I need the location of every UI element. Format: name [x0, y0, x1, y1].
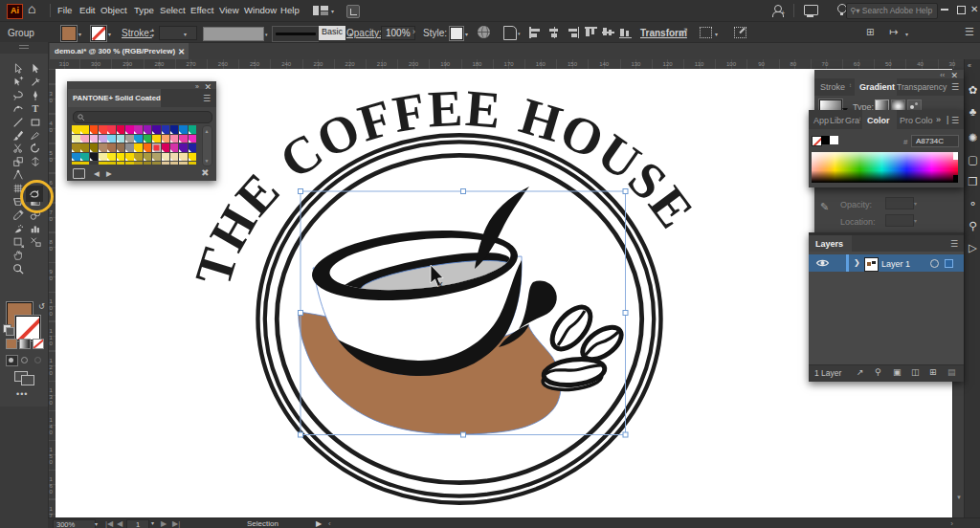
- svg-text:x: x: [438, 279, 443, 289]
